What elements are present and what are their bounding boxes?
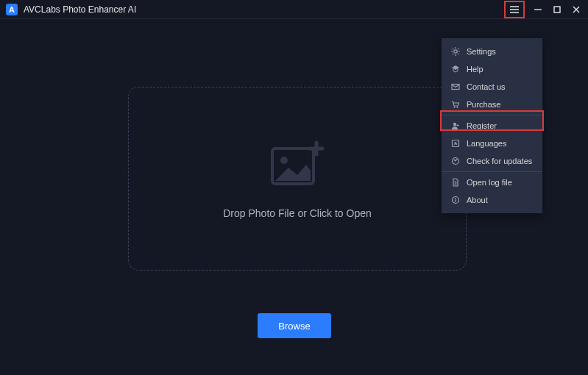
- app-title: AVCLabs Photo Enhancer AI: [24, 4, 136, 15]
- menu-item-settings[interactable]: Settings: [442, 43, 542, 60]
- menu-item-help[interactable]: Help: [442, 60, 542, 78]
- menu-item-about[interactable]: About: [442, 191, 542, 209]
- menu-button[interactable]: [507, 3, 522, 16]
- svg-point-2: [280, 157, 288, 164]
- menu-item-label: Register: [467, 121, 497, 130]
- menu-item-register[interactable]: Register: [442, 117, 542, 135]
- dropzone[interactable]: Drop Photo File or Click to Open: [128, 87, 467, 271]
- menu-item-languages[interactable]: Languages: [442, 135, 542, 152]
- dropzone-text: Drop Photo File or Click to Open: [223, 207, 372, 219]
- gear-icon: [450, 46, 461, 57]
- mail-icon: [450, 82, 461, 92]
- menu-item-logfile[interactable]: Open log file: [442, 174, 542, 191]
- menu-item-label: Purchase: [467, 100, 500, 109]
- svg-point-5: [454, 107, 456, 108]
- browse-button-label: Browse: [278, 321, 310, 332]
- app-logo: A: [6, 4, 18, 15]
- main-menu-dropdown: Settings Help Contact us Purchase Regis: [442, 38, 542, 213]
- menu-item-purchase[interactable]: Purchase: [442, 96, 542, 113]
- graduation-cap-icon: [450, 64, 461, 74]
- svg-point-11: [455, 198, 456, 199]
- maximize-button[interactable]: [548, 2, 566, 17]
- window-controls: [504, 1, 585, 18]
- menu-item-label: Open log file: [467, 178, 512, 187]
- svg-rect-12: [455, 199, 456, 201]
- menu-item-label: Help: [467, 65, 483, 74]
- svg-rect-8: [453, 140, 459, 147]
- user-icon: [450, 121, 461, 131]
- menu-item-updates[interactable]: Check for updates: [442, 152, 542, 170]
- info-icon: [450, 195, 461, 205]
- svg-point-6: [457, 107, 458, 108]
- close-icon: [573, 6, 580, 13]
- menu-divider: [442, 115, 542, 115]
- hamburger-highlight: [504, 1, 525, 18]
- menu-item-label: About: [467, 196, 488, 204]
- main-content: Drop Photo File or Click to Open Browse …: [0, 19, 588, 375]
- file-icon: [450, 177, 461, 188]
- svg-point-3: [454, 50, 457, 53]
- svg-rect-0: [554, 7, 560, 12]
- menu-item-label: Settings: [467, 47, 496, 56]
- hamburger-icon: [510, 6, 519, 13]
- svg-point-7: [453, 123, 456, 126]
- close-button[interactable]: [567, 2, 585, 17]
- app-logo-letter: A: [9, 5, 15, 14]
- browse-button[interactable]: Browse: [258, 313, 331, 338]
- titlebar: A AVCLabs Photo Enhancer AI: [0, 0, 588, 19]
- minimize-icon: [534, 6, 542, 13]
- menu-item-label: Check for updates: [467, 157, 532, 165]
- image-placeholder-icon: [268, 138, 327, 190]
- menu-item-label: Languages: [467, 139, 506, 148]
- minimize-button[interactable]: [529, 2, 547, 17]
- menu-item-label: Contact us: [467, 82, 506, 91]
- cart-icon: [450, 99, 461, 110]
- menu-divider: [442, 171, 542, 172]
- maximize-icon: [553, 6, 561, 13]
- language-icon: [450, 138, 461, 149]
- menu-item-contact[interactable]: Contact us: [442, 78, 542, 96]
- refresh-icon: [450, 156, 461, 166]
